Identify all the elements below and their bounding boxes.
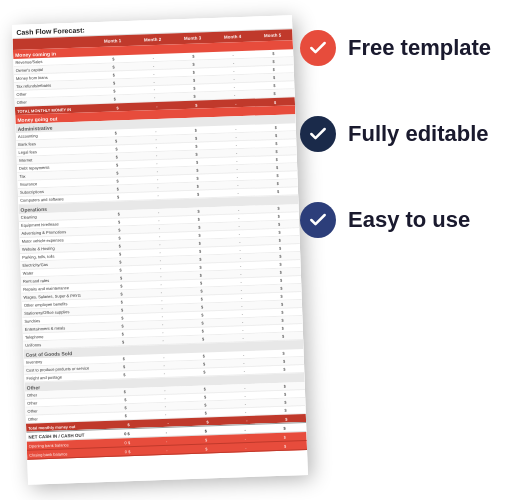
easy-to-use-label: Easy to use [348, 209, 470, 231]
month3-header: Month 3 [173, 34, 213, 42]
check-icon [308, 124, 328, 144]
month5-header: Month 5 [252, 31, 292, 39]
free-template-icon-circle [300, 30, 336, 66]
features-panel: Free template Fully editable Easy to use [300, 30, 510, 238]
month1-header: Month 1 [93, 37, 133, 45]
check-icon [308, 210, 328, 230]
empty-header [13, 38, 93, 48]
feature-easy-to-use: Easy to use [300, 202, 510, 238]
main-container: Cash Flow Forecast: Month 1 Month 2 Mont… [0, 0, 520, 500]
fully-editable-icon-circle [300, 116, 336, 152]
feature-free-template: Free template [300, 30, 510, 66]
easy-to-use-icon-circle [300, 202, 336, 238]
spreadsheet-preview: Cash Flow Forecast: Month 1 Month 2 Mont… [12, 15, 308, 484]
month4-header: Month 4 [212, 33, 252, 41]
fully-editable-label: Fully editable [348, 123, 489, 145]
check-icon [308, 38, 328, 58]
month2-header: Month 2 [133, 35, 173, 43]
feature-fully-editable: Fully editable [300, 116, 510, 152]
free-template-label: Free template [348, 37, 491, 59]
